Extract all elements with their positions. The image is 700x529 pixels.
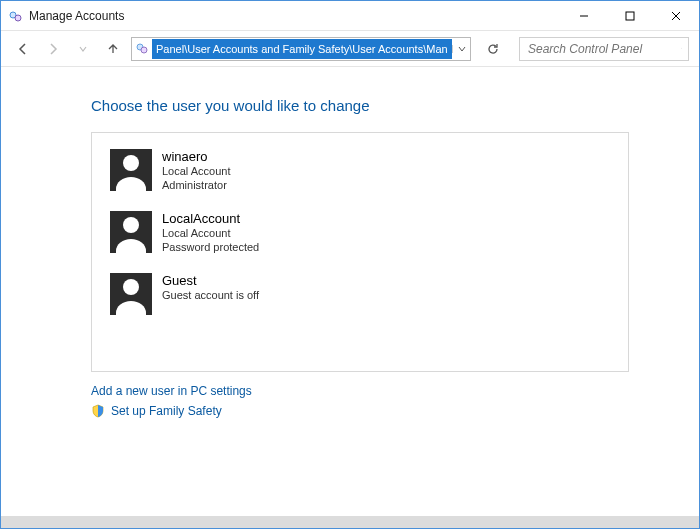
maximize-icon (625, 11, 635, 21)
address-bar[interactable] (131, 37, 471, 61)
account-name: winaero (162, 149, 231, 165)
refresh-button[interactable] (481, 37, 505, 61)
up-button[interactable] (101, 37, 125, 61)
back-button[interactable] (11, 37, 35, 61)
arrow-left-icon (16, 42, 30, 56)
close-button[interactable] (653, 1, 699, 30)
svg-point-7 (141, 47, 147, 53)
search-box[interactable] (519, 37, 689, 61)
close-icon (671, 11, 681, 21)
maximize-button[interactable] (607, 1, 653, 30)
account-item-guest[interactable]: Guest Guest account is off (110, 273, 350, 315)
svg-rect-3 (626, 12, 634, 20)
account-item-localaccount[interactable]: LocalAccount Local Account Password prot… (110, 211, 350, 255)
address-dropdown-button[interactable] (452, 45, 470, 53)
arrow-right-icon (46, 42, 60, 56)
avatar-icon (110, 273, 152, 315)
account-type: Local Account (162, 165, 231, 179)
page-heading: Choose the user you would like to change (91, 97, 629, 114)
user-accounts-icon (132, 42, 152, 56)
status-strip (1, 516, 699, 528)
address-input[interactable] (152, 39, 452, 59)
search-input[interactable] (526, 41, 681, 57)
account-item-winaero[interactable]: winaero Local Account Administrator (110, 149, 350, 193)
accounts-panel: winaero Local Account Administrator Loca… (91, 132, 629, 372)
title-bar: Manage Accounts (1, 1, 699, 31)
account-type: Local Account (162, 227, 259, 241)
content-area: Choose the user you would like to change… (1, 67, 699, 516)
link-label: Set up Family Safety (111, 404, 222, 418)
account-role: Administrator (162, 179, 231, 193)
minimize-icon (579, 11, 589, 21)
family-safety-link[interactable]: Set up Family Safety (91, 404, 629, 418)
svg-point-8 (681, 48, 682, 49)
account-status: Password protected (162, 241, 259, 255)
navigation-bar (1, 31, 699, 67)
shield-icon (91, 404, 105, 418)
account-status: Guest account is off (162, 289, 259, 303)
action-links: Add a new user in PC settings Set up Fam… (91, 384, 629, 418)
search-icon (681, 42, 682, 55)
account-text: winaero Local Account Administrator (162, 149, 231, 193)
window-controls (561, 1, 699, 30)
account-name: LocalAccount (162, 211, 259, 227)
avatar-icon (110, 149, 152, 191)
manage-accounts-window: Manage Accounts (0, 0, 700, 529)
refresh-icon (486, 42, 500, 56)
account-name: Guest (162, 273, 259, 289)
forward-button[interactable] (41, 37, 65, 61)
arrow-up-icon (106, 42, 120, 56)
minimize-button[interactable] (561, 1, 607, 30)
title-bar-left: Manage Accounts (1, 8, 124, 24)
recent-locations-button[interactable] (71, 37, 95, 61)
control-panel-icon (7, 8, 23, 24)
svg-point-1 (15, 15, 21, 21)
account-text: Guest Guest account is off (162, 273, 259, 303)
avatar-icon (110, 211, 152, 253)
chevron-down-icon (78, 44, 88, 54)
add-user-link[interactable]: Add a new user in PC settings (91, 384, 629, 398)
account-text: LocalAccount Local Account Password prot… (162, 211, 259, 255)
link-label: Add a new user in PC settings (91, 384, 252, 398)
window-title: Manage Accounts (29, 9, 124, 23)
chevron-down-icon (458, 45, 466, 53)
account-grid: winaero Local Account Administrator Loca… (110, 149, 610, 315)
